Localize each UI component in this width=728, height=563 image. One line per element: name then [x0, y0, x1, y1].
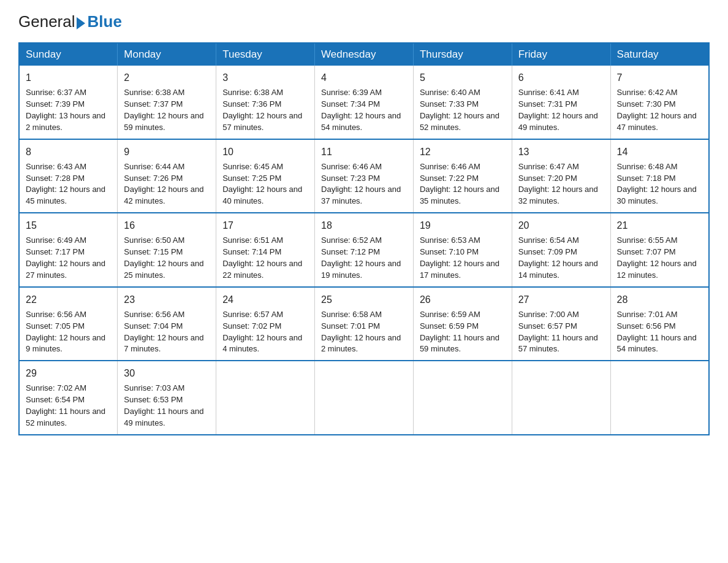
- calendar-cell: [216, 361, 315, 435]
- sunset-text: Sunset: 7:07 PM: [617, 247, 676, 256]
- calendar-cell: 30Sunrise: 7:03 AMSunset: 6:53 PMDayligh…: [118, 361, 216, 435]
- day-number: 19: [420, 218, 506, 232]
- week-row-1: 1Sunrise: 6:37 AMSunset: 7:39 PMDaylight…: [19, 66, 709, 139]
- week-row-3: 15Sunrise: 6:49 AMSunset: 7:17 PMDayligh…: [19, 213, 709, 287]
- page-header: General Blue: [18, 12, 710, 31]
- daylight-text: Daylight: 11 hours and 52 minutes.: [26, 407, 105, 427]
- sunset-text: Sunset: 6:54 PM: [26, 395, 85, 404]
- sunrise-text: Sunrise: 7:01 AM: [617, 310, 678, 319]
- daylight-text: Daylight: 12 hours and 37 minutes.: [321, 185, 401, 205]
- daylight-text: Daylight: 12 hours and 19 minutes.: [321, 259, 401, 280]
- daylight-text: Daylight: 12 hours and 30 minutes.: [617, 185, 697, 205]
- calendar-cell: 20Sunrise: 6:54 AMSunset: 7:09 PMDayligh…: [512, 213, 610, 287]
- calendar-cell: 25Sunrise: 6:58 AMSunset: 7:01 PMDayligh…: [315, 287, 414, 361]
- sunrise-text: Sunrise: 6:43 AM: [26, 162, 86, 171]
- day-number: 4: [321, 71, 407, 85]
- day-number: 20: [518, 218, 604, 232]
- calendar-cell: 14Sunrise: 6:48 AMSunset: 7:18 PMDayligh…: [610, 139, 709, 213]
- day-number: 17: [222, 218, 308, 232]
- calendar-cell: 18Sunrise: 6:52 AMSunset: 7:12 PMDayligh…: [315, 213, 414, 287]
- day-header-wednesday: Wednesday: [315, 43, 414, 66]
- day-header-sunday: Sunday: [19, 43, 118, 66]
- day-number: 28: [617, 293, 702, 307]
- sunrise-text: Sunrise: 6:40 AM: [420, 88, 480, 97]
- sunrise-text: Sunrise: 7:00 AM: [518, 310, 579, 319]
- day-number: 21: [617, 218, 702, 232]
- daylight-text: Daylight: 12 hours and 17 minutes.: [420, 259, 499, 280]
- sunrise-text: Sunrise: 7:03 AM: [124, 383, 184, 393]
- sunset-text: Sunset: 7:30 PM: [617, 99, 676, 109]
- day-number: 14: [617, 145, 702, 159]
- sunset-text: Sunset: 7:31 PM: [518, 99, 577, 109]
- sunrise-text: Sunrise: 6:52 AM: [321, 236, 382, 245]
- calendar-cell: 9Sunrise: 6:44 AMSunset: 7:26 PMDaylight…: [118, 139, 216, 213]
- calendar-header: SundayMondayTuesdayWednesdayThursdayFrid…: [19, 43, 709, 66]
- calendar-cell: 1Sunrise: 6:37 AMSunset: 7:39 PMDaylight…: [19, 66, 118, 139]
- sunset-text: Sunset: 7:25 PM: [222, 174, 281, 183]
- logo: General Blue: [18, 12, 122, 31]
- sunset-text: Sunset: 7:17 PM: [26, 247, 85, 256]
- sunset-text: Sunset: 7:10 PM: [420, 247, 479, 256]
- sunset-text: Sunset: 7:02 PM: [222, 321, 281, 331]
- daylight-text: Daylight: 12 hours and 42 minutes.: [124, 185, 203, 205]
- logo-blue-text: Blue: [88, 12, 122, 31]
- sunset-text: Sunset: 7:37 PM: [124, 99, 183, 109]
- day-number: 3: [222, 71, 308, 85]
- sunrise-text: Sunrise: 6:50 AM: [124, 236, 184, 245]
- daylight-text: Daylight: 12 hours and 45 minutes.: [26, 185, 105, 205]
- sunrise-text: Sunrise: 6:56 AM: [26, 310, 86, 319]
- calendar-cell: 26Sunrise: 6:59 AMSunset: 6:59 PMDayligh…: [413, 287, 512, 361]
- calendar-cell: 19Sunrise: 6:53 AMSunset: 7:10 PMDayligh…: [413, 213, 512, 287]
- calendar-cell: 24Sunrise: 6:57 AMSunset: 7:02 PMDayligh…: [216, 287, 315, 361]
- calendar-cell: [413, 361, 512, 435]
- sunset-text: Sunset: 7:09 PM: [518, 247, 577, 256]
- daylight-text: Daylight: 12 hours and 9 minutes.: [26, 333, 105, 354]
- sunrise-text: Sunrise: 6:53 AM: [420, 236, 480, 245]
- sunrise-text: Sunrise: 6:44 AM: [124, 162, 184, 171]
- sunset-text: Sunset: 7:22 PM: [420, 174, 479, 183]
- day-number: 2: [124, 71, 210, 85]
- sunrise-text: Sunrise: 6:38 AM: [124, 88, 184, 97]
- calendar-cell: 10Sunrise: 6:45 AMSunset: 7:25 PMDayligh…: [216, 139, 315, 213]
- sunrise-text: Sunrise: 6:54 AM: [518, 236, 579, 245]
- calendar-cell: 2Sunrise: 6:38 AMSunset: 7:37 PMDaylight…: [118, 66, 216, 139]
- day-number: 25: [321, 293, 407, 307]
- calendar-cell: 21Sunrise: 6:55 AMSunset: 7:07 PMDayligh…: [610, 213, 709, 287]
- sunrise-text: Sunrise: 6:58 AM: [321, 310, 382, 319]
- calendar-cell: 28Sunrise: 7:01 AMSunset: 6:56 PMDayligh…: [610, 287, 709, 361]
- daylight-text: Daylight: 11 hours and 59 minutes.: [420, 333, 499, 354]
- sunset-text: Sunset: 7:18 PM: [617, 174, 676, 183]
- day-number: 27: [518, 293, 604, 307]
- sunset-text: Sunset: 7:04 PM: [124, 321, 183, 331]
- day-number: 12: [420, 145, 506, 159]
- sunset-text: Sunset: 7:39 PM: [26, 99, 85, 109]
- calendar-cell: 3Sunrise: 6:38 AMSunset: 7:36 PMDaylight…: [216, 66, 315, 139]
- sunrise-text: Sunrise: 6:46 AM: [321, 162, 382, 171]
- day-header-monday: Monday: [118, 43, 216, 66]
- sunrise-text: Sunrise: 6:42 AM: [617, 88, 678, 97]
- sunrise-text: Sunrise: 6:56 AM: [124, 310, 184, 319]
- day-number: 18: [321, 218, 407, 232]
- daylight-text: Daylight: 13 hours and 2 minutes.: [26, 111, 105, 132]
- sunset-text: Sunset: 6:56 PM: [617, 321, 676, 331]
- calendar-cell: 17Sunrise: 6:51 AMSunset: 7:14 PMDayligh…: [216, 213, 315, 287]
- calendar-cell: 4Sunrise: 6:39 AMSunset: 7:34 PMDaylight…: [315, 66, 414, 139]
- calendar-cell: 29Sunrise: 7:02 AMSunset: 6:54 PMDayligh…: [19, 361, 118, 435]
- sunrise-text: Sunrise: 6:49 AM: [26, 236, 86, 245]
- calendar-body: 1Sunrise: 6:37 AMSunset: 7:39 PMDaylight…: [19, 66, 709, 435]
- sunrise-text: Sunrise: 6:59 AM: [420, 310, 480, 319]
- day-number: 10: [222, 145, 308, 159]
- sunset-text: Sunset: 7:33 PM: [420, 99, 479, 109]
- calendar-cell: 7Sunrise: 6:42 AMSunset: 7:30 PMDaylight…: [610, 66, 709, 139]
- calendar-cell: [315, 361, 414, 435]
- calendar-cell: 15Sunrise: 6:49 AMSunset: 7:17 PMDayligh…: [19, 213, 118, 287]
- sunrise-text: Sunrise: 6:45 AM: [222, 162, 283, 171]
- week-row-5: 29Sunrise: 7:02 AMSunset: 6:54 PMDayligh…: [19, 361, 709, 435]
- sunrise-text: Sunrise: 6:37 AM: [26, 88, 86, 97]
- day-header-row: SundayMondayTuesdayWednesdayThursdayFrid…: [19, 43, 709, 66]
- calendar-cell: 22Sunrise: 6:56 AMSunset: 7:05 PMDayligh…: [19, 287, 118, 361]
- sunrise-text: Sunrise: 6:51 AM: [222, 236, 283, 245]
- daylight-text: Daylight: 12 hours and 22 minutes.: [222, 259, 302, 280]
- day-header-friday: Friday: [512, 43, 610, 66]
- day-number: 15: [26, 218, 111, 232]
